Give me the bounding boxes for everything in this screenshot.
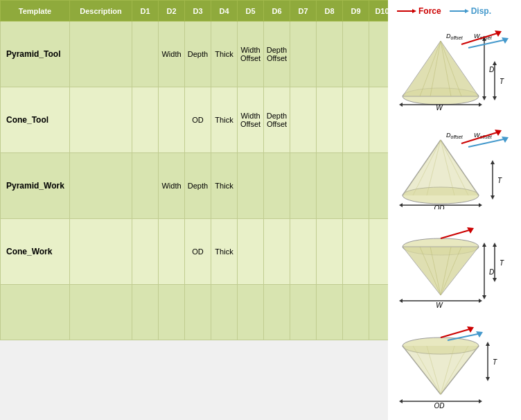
svg-marker-37 <box>399 203 403 207</box>
col-d9: D9 <box>343 1 369 21</box>
svg-text:OD: OD <box>434 204 445 209</box>
d7-cell <box>290 87 317 153</box>
svg-marker-79 <box>399 399 403 403</box>
svg-line-68 <box>441 229 472 238</box>
desc-cell <box>70 219 132 285</box>
d2-cell: Width <box>159 21 185 87</box>
template-name: Cone_Tool <box>1 87 70 153</box>
d4-cell: Thick <box>211 219 238 285</box>
d8-cell <box>317 219 343 285</box>
table-row: Cone_Work OD Thick <box>1 219 389 285</box>
svg-text:OD: OD <box>434 402 445 408</box>
svg-text:D: D <box>489 268 494 276</box>
d1-cell <box>132 219 159 285</box>
svg-marker-11 <box>399 103 403 107</box>
cone-work-svg: OD T <box>392 325 517 408</box>
col-template: Template <box>1 1 70 21</box>
table-section: Template Description D1 D2 D3 D4 D5 D6 D… <box>0 0 388 420</box>
d4-cell: Thick <box>211 87 238 153</box>
cone-tool-diagram: OD Doffset Woffset T <box>391 119 518 218</box>
desc-cell <box>70 153 132 219</box>
d2-cell <box>159 285 185 340</box>
pyramid-tool-diagram: W D Doffset Woffset T <box>391 19 518 119</box>
d10-cell <box>369 87 389 153</box>
svg-text:T: T <box>500 78 504 85</box>
d5-cell <box>238 285 264 340</box>
col-d10: D10 <box>369 1 389 21</box>
d3-cell: Depth <box>185 21 211 87</box>
pyramid-work-diagram: W D T <box>391 218 518 317</box>
desc-cell <box>70 87 132 153</box>
svg-marker-84 <box>486 377 490 381</box>
table-row: Cone_Tool OD Thick Width Offset Depth Of… <box>1 87 389 153</box>
desc-cell <box>70 21 132 87</box>
d4-cell <box>211 285 238 340</box>
d4-cell: Thick <box>211 21 238 87</box>
d3-cell: OD <box>185 87 211 153</box>
pyramid-work-svg: W D T <box>392 226 517 309</box>
table-row: Pyramid_Tool Width Depth Thick Width Off… <box>1 21 389 87</box>
svg-marker-57 <box>399 299 403 303</box>
desc-cell <box>70 285 132 340</box>
col-d1: D1 <box>132 1 159 21</box>
col-d8: D8 <box>317 1 343 21</box>
svg-marker-35 <box>403 140 479 195</box>
d5-cell <box>238 153 264 219</box>
svg-marker-44 <box>491 195 495 200</box>
d4-cell: Thick <box>211 153 238 219</box>
d7-cell <box>290 219 317 285</box>
svg-text:T: T <box>497 177 502 184</box>
svg-marker-38 <box>479 203 482 207</box>
col-d6: D6 <box>264 1 290 21</box>
table-row <box>1 285 389 340</box>
template-name: Pyramid_Work <box>1 153 70 219</box>
d3-cell: Depth <box>185 153 211 219</box>
svg-marker-43 <box>491 160 495 164</box>
disp-label: Disp. <box>471 6 491 16</box>
svg-marker-58 <box>479 299 482 303</box>
d9-cell <box>343 219 369 285</box>
svg-marker-3 <box>465 9 469 13</box>
d6-cell: Depth Offset <box>264 21 290 87</box>
d6-cell <box>264 153 290 219</box>
svg-text:Doffset: Doffset <box>446 33 463 40</box>
col-d2: D2 <box>159 1 185 21</box>
svg-marker-80 <box>479 399 482 403</box>
d9-cell <box>343 285 369 340</box>
d6-cell: Depth Offset <box>264 87 290 153</box>
d10-cell <box>369 21 389 87</box>
d7-cell <box>290 21 317 87</box>
table-row: Pyramid_Work Width Depth Thick <box>1 153 389 219</box>
svg-marker-51 <box>403 247 479 295</box>
d7-cell <box>290 153 317 219</box>
svg-marker-1 <box>412 9 416 13</box>
legend-force: Force <box>397 6 441 16</box>
force-label: Force <box>418 6 441 16</box>
data-table: Template Description D1 D2 D3 D4 D5 D6 D… <box>0 0 388 340</box>
d6-cell <box>264 285 290 340</box>
d10-cell <box>369 153 389 219</box>
legend-disp: Disp. <box>450 6 491 16</box>
d8-cell <box>317 153 343 219</box>
d5-cell: Width Offset <box>238 87 264 153</box>
col-d7: D7 <box>290 1 317 21</box>
svg-text:T: T <box>500 259 504 267</box>
d10-cell <box>369 285 389 340</box>
d1-cell <box>132 21 159 87</box>
d5-cell <box>238 219 264 285</box>
template-name: Pyramid_Tool <box>1 21 70 87</box>
d6-cell <box>264 219 290 285</box>
svg-marker-65 <box>493 243 497 247</box>
col-description: Description <box>70 1 132 21</box>
d2-cell <box>159 219 185 285</box>
d9-cell <box>343 21 369 87</box>
svg-marker-5 <box>403 41 479 96</box>
svg-marker-66 <box>493 278 497 282</box>
svg-text:W: W <box>436 301 443 309</box>
d10-cell <box>369 219 389 285</box>
col-d3: D3 <box>185 1 211 21</box>
d2-cell: Width <box>159 153 185 219</box>
d5-cell: Width Offset <box>238 21 264 87</box>
template-name: Cone_Work <box>1 219 70 285</box>
svg-marker-12 <box>479 103 482 107</box>
